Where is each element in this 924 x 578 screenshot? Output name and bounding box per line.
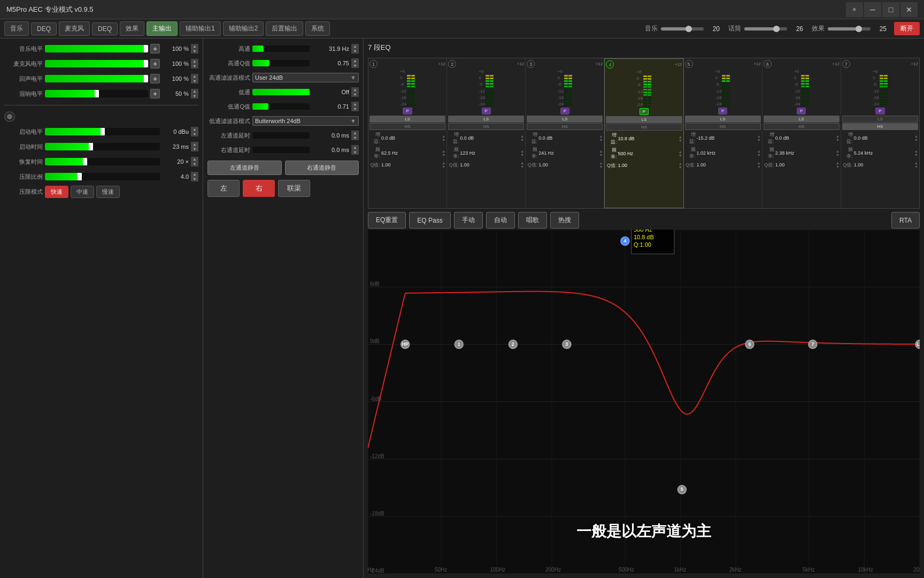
hp-freq-arrows[interactable]: ▲ ▼ <box>351 44 359 54</box>
left-mute-button[interactable]: 左通道静音 <box>207 161 282 175</box>
band-5-ls-btn[interactable]: LS <box>685 116 761 123</box>
sing-button[interactable]: 唱歌 <box>518 212 547 229</box>
music-level-plus[interactable]: + <box>150 44 160 54</box>
band-5-p-btn[interactable]: P <box>718 108 727 115</box>
ratio-slider[interactable] <box>45 173 160 180</box>
music-level-slider[interactable] <box>45 45 148 52</box>
lp-q-slider[interactable] <box>252 103 310 110</box>
hp-q-arrows[interactable]: ▲ ▼ <box>351 58 359 68</box>
startup-level-slider[interactable] <box>45 128 160 135</box>
band-4-ls-btn[interactable]: LS <box>606 116 682 123</box>
band-6-p-btn[interactable]: P <box>797 108 806 115</box>
band-3-p-btn[interactable]: P <box>560 108 569 115</box>
startup-level-down[interactable]: ▼ <box>191 132 198 136</box>
trending-button[interactable]: 热搜 <box>550 212 579 229</box>
lp-freq-down[interactable]: ▼ <box>351 92 359 97</box>
mic-level-arrows[interactable]: ▲ ▼ <box>191 59 198 69</box>
ratio-down[interactable]: ▼ <box>191 177 198 181</box>
mic-level-up[interactable]: ▲ <box>191 59 198 64</box>
r-delay-up[interactable]: ▲ <box>351 145 359 150</box>
close-button[interactable]: ✕ <box>900 2 918 17</box>
hp-q-down[interactable]: ▼ <box>351 63 359 68</box>
reverb-level-down[interactable]: ▼ <box>191 79 198 83</box>
tab-music[interactable]: 音乐 <box>4 21 29 36</box>
hp-q-up[interactable]: ▲ <box>351 58 359 63</box>
tab-post-out[interactable]: 后置输出 <box>266 21 303 36</box>
hp-freq-down[interactable]: ▼ <box>351 49 359 54</box>
band-2-ls-btn[interactable]: LS <box>448 116 524 123</box>
comp-power-btn[interactable] <box>4 111 15 122</box>
minimize-button[interactable]: ─ <box>864 2 881 17</box>
band-1-p-btn[interactable]: P <box>403 108 412 115</box>
band-4-circle[interactable]: 4 <box>606 60 614 69</box>
r-delay-slider[interactable] <box>252 147 310 153</box>
tab-main-out[interactable]: 主输出 <box>147 21 178 36</box>
music-level-down[interactable]: ▼ <box>191 49 198 54</box>
tab-deq1[interactable]: DEQ <box>31 22 57 35</box>
band-2-circle[interactable]: 2 <box>448 60 456 68</box>
mic-slider[interactable] <box>744 27 787 31</box>
mic-level-plus[interactable]: + <box>150 59 160 69</box>
l-delay-down[interactable]: ▼ <box>351 135 359 140</box>
eq-graph[interactable]: 一般是以左声道为主 <box>368 230 920 574</box>
band-3-ls-btn[interactable]: LS <box>527 116 603 123</box>
release-time-down[interactable]: ▼ <box>191 162 198 166</box>
hp-freq-slider[interactable] <box>252 45 310 52</box>
band-6-ls-btn[interactable]: LS <box>764 116 840 123</box>
tab-system[interactable]: 系统 <box>305 21 330 36</box>
band-7-circle[interactable]: 7 <box>842 60 850 68</box>
release-time-slider[interactable] <box>45 158 160 165</box>
startup-level-arrows[interactable]: ▲ ▼ <box>191 127 198 136</box>
band-1-hs-btn[interactable]: HS <box>369 123 445 130</box>
speed-fast[interactable]: 快速 <box>45 186 68 198</box>
band-3-circle[interactable]: 3 <box>527 60 535 68</box>
speed-mid[interactable]: 中速 <box>71 186 94 198</box>
band-3-hs-btn[interactable]: HS <box>527 123 603 130</box>
tab-deq2[interactable]: DEQ <box>92 22 118 35</box>
tab-aux-out1[interactable]: 辅助输出1 <box>180 21 221 36</box>
reverb-level-slider[interactable] <box>45 75 148 82</box>
l-delay-arrows[interactable]: ▲ ▼ <box>351 131 359 140</box>
band-1-ls-btn[interactable]: LS <box>369 116 445 123</box>
release-time-arrows[interactable]: ▲ ▼ <box>191 157 198 166</box>
band-7-ls-btn[interactable]: LS <box>842 116 918 123</box>
band-7-p-btn[interactable]: P <box>875 108 884 115</box>
music-level-up[interactable]: ▲ <box>191 44 198 49</box>
maximize-button[interactable]: □ <box>882 2 899 17</box>
hp-freq-up[interactable]: ▲ <box>351 44 359 49</box>
music-level-arrows[interactable]: ▲ ▼ <box>191 44 198 54</box>
band-6-hs-btn[interactable]: HS <box>764 123 840 130</box>
lp-q-up[interactable]: ▲ <box>351 102 359 107</box>
attack-time-slider[interactable] <box>45 143 160 150</box>
lp-mode-dropdown[interactable]: Butterworth 24dB ▼ <box>252 116 359 126</box>
ratio-arrows[interactable]: ▲ ▼ <box>191 172 198 181</box>
attack-time-up[interactable]: ▲ <box>191 142 198 147</box>
fx-slider[interactable] <box>828 27 871 31</box>
disconnect-button[interactable]: 断开 <box>894 22 920 35</box>
hp-q-slider[interactable] <box>252 60 310 66</box>
left-channel-button[interactable]: 左 <box>207 180 240 197</box>
right-channel-button[interactable]: 右 <box>243 180 275 197</box>
attack-time-arrows[interactable]: ▲ ▼ <box>191 142 198 151</box>
tab-mic[interactable]: 麦克风 <box>59 21 90 36</box>
reverb-level-arrows[interactable]: ▲ ▼ <box>191 74 198 83</box>
r-delay-arrows[interactable]: ▲ ▼ <box>351 145 359 155</box>
manual-button[interactable]: 手动 <box>454 212 483 229</box>
lp-freq-arrows[interactable]: ▲ ▼ <box>351 87 359 97</box>
reverb-level-up[interactable]: ▲ <box>191 74 198 79</box>
mix-level-plus[interactable]: + <box>150 89 160 98</box>
eq-pass-button[interactable]: EQ Pass <box>409 212 450 229</box>
attack-time-down[interactable]: ▼ <box>191 147 198 151</box>
band-5-circle[interactable]: 5 <box>685 60 693 68</box>
menu-button[interactable]: ≡ <box>846 2 863 17</box>
mix-level-arrows[interactable]: ▲ ▼ <box>191 89 198 98</box>
mix-level-slider[interactable] <box>45 90 148 97</box>
mic-level-slider[interactable] <box>45 60 148 67</box>
band-5-hs-btn[interactable]: HS <box>685 123 761 130</box>
mix-level-up[interactable]: ▲ <box>191 89 198 94</box>
lp-freq-slider[interactable] <box>252 89 310 95</box>
auto-button[interactable]: 自动 <box>486 212 515 229</box>
reverb-level-plus[interactable]: + <box>150 74 160 83</box>
band-1-circle[interactable]: 1 <box>369 60 378 68</box>
tab-aux-out2[interactable]: 辅助输出2 <box>223 21 264 36</box>
